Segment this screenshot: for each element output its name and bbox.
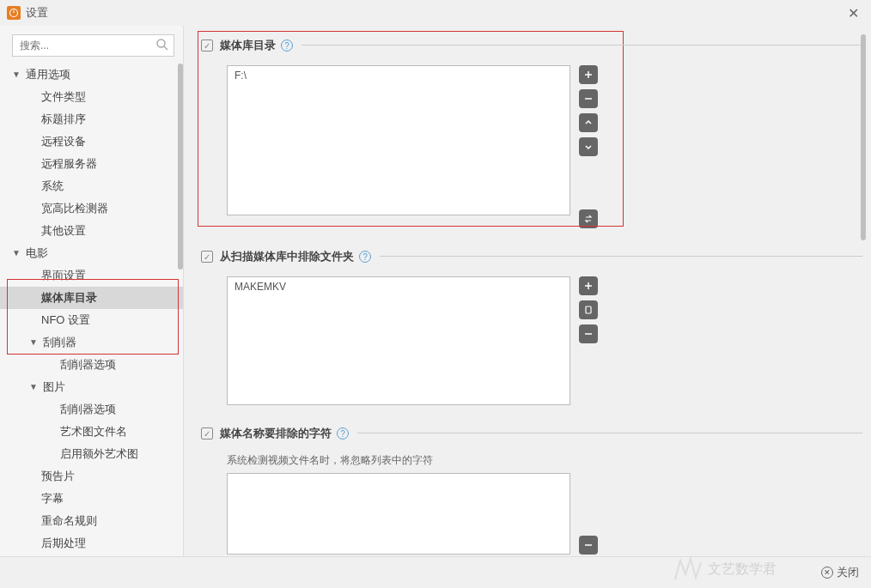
add-button[interactable] [579,65,598,84]
tree-image[interactable]: ▼图片 [0,376,183,398]
svg-rect-2 [586,306,591,313]
collapse-icon[interactable]: ✓ [201,39,213,52]
tree-item[interactable]: 启用额外艺术图 [0,443,183,465]
tree-item[interactable]: 后期处理 [0,532,183,555]
chevron-down-icon: ▼ [29,379,40,395]
nav-tree: ▼通用选项 文件类型 标题排序 远程设备 远程服务器 系统 宽高比检测器 其他设… [0,64,183,556]
close-button[interactable]: ✕ 关闭 [821,565,859,580]
search-input[interactable] [12,34,174,57]
section-exclude-chars: ✓ 媒体名称要排除的字符 ? 系统检测视频文件名时，将忽略列表中的字符 [201,422,862,555]
section-description: 系统检测视频文件名时，将忽略列表中的字符 [227,453,862,468]
watermark: 文艺数学君 [672,554,777,585]
collapse-icon[interactable]: ✓ [201,427,213,439]
tree-item[interactable]: 艺术图文件名 [0,421,183,443]
tree-item[interactable]: 界面设置 [0,264,183,287]
exclude-listbox[interactable]: MAKEMKV [227,276,570,405]
chars-listbox[interactable] [227,473,570,555]
tree-scraper[interactable]: ▼刮削器 [0,331,183,354]
tree-item[interactable]: 刮削器选项 [0,398,183,421]
help-icon[interactable]: ? [359,251,371,263]
tree-item[interactable]: 重命名规则 [0,510,183,532]
list-item[interactable]: F:\ [234,70,563,82]
svg-point-1 [157,39,165,47]
search-icon [155,38,169,54]
chevron-down-icon: ▼ [29,335,40,350]
tree-movie[interactable]: ▼电影 [0,242,183,264]
tree-general[interactable]: ▼通用选项 [0,64,183,86]
section-media-dirs: ✓ 媒体库目录 ? F:\ [201,34,862,228]
move-up-button[interactable] [579,113,598,132]
content-pane: ✓ 媒体库目录 ? F:\ [184,26,871,556]
section-title: 从扫描媒体库中排除文件夹 [220,249,354,264]
tree-item[interactable]: 刮削器选项 [0,354,183,376]
sidebar-scrollbar[interactable] [178,64,183,556]
tree-item[interactable]: 标题排序 [0,108,183,130]
list-item[interactable]: MAKEMKV [234,281,563,293]
window-close-button[interactable]: ✕ [843,5,864,21]
section-title: 媒体名称要排除的字符 [220,426,332,441]
help-icon[interactable]: ? [337,427,349,439]
move-down-button[interactable] [579,137,598,156]
collapse-icon[interactable]: ✓ [201,251,213,263]
tree-item[interactable]: 系统 [0,175,183,197]
dirs-listbox[interactable]: F:\ [227,65,570,215]
swap-button[interactable] [579,209,598,228]
footer: 文艺数学君 ✕ 关闭 [0,556,871,588]
add-button[interactable] [579,276,598,295]
tree-item[interactable]: 文件类型 [0,86,183,108]
tree-item-media-dir[interactable]: 媒体库目录 [0,287,183,309]
chevron-down-icon: ▼ [12,246,22,261]
remove-button[interactable] [579,89,598,108]
remove-button[interactable] [579,324,598,343]
tree-item[interactable]: 宽高比检测器 [0,197,183,220]
content-scrollbar[interactable] [861,34,866,541]
watermark-logo-icon [672,554,703,585]
sidebar: ▼通用选项 文件类型 标题排序 远程设备 远程服务器 系统 宽高比检测器 其他设… [0,26,184,556]
file-button[interactable] [579,300,598,319]
titlebar: 设置 ✕ [0,0,871,26]
app-icon [7,6,21,20]
section-exclude-folders: ✓ 从扫描媒体库中排除文件夹 ? MAKEMKV [201,246,862,405]
tree-item[interactable]: 远程设备 [0,130,183,153]
tree-item[interactable]: 字幕 [0,488,183,510]
tree-item[interactable]: NFO 设置 [0,309,183,331]
tree-item[interactable]: 其他设置 [0,220,183,242]
remove-button[interactable] [579,536,598,555]
window-title: 设置 [26,5,843,21]
chevron-down-icon: ▼ [12,67,22,82]
tree-item[interactable]: 预告片 [0,465,183,488]
section-title: 媒体库目录 [220,38,276,53]
close-circle-icon: ✕ [821,567,833,579]
tree-item[interactable]: 远程服务器 [0,153,183,175]
help-icon[interactable]: ? [281,39,293,52]
